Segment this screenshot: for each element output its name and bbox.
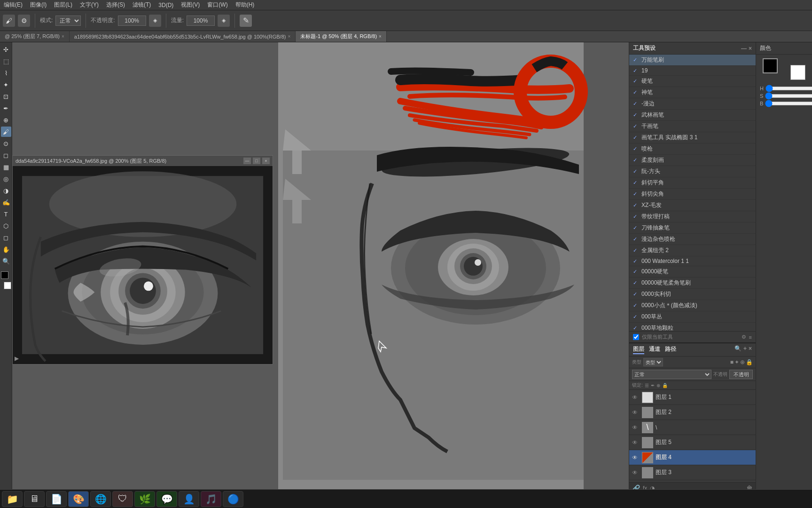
dodge-tool[interactable]: ◑	[1, 185, 11, 196]
gradient-tool[interactable]: ▦	[1, 162, 11, 172]
brush-item-19[interactable]: ✓ 000 Watercolor 1 1	[629, 256, 756, 266]
brush-panel-gear-icon[interactable]: ⚙	[742, 334, 746, 340]
brush-item-2[interactable]: ✓ 19	[629, 66, 756, 76]
layers-tab-paths[interactable]: 路径	[665, 345, 676, 354]
float-window-close[interactable]: ×	[262, 158, 270, 164]
taskbar-music-btn[interactable]: 🎵	[201, 491, 221, 507]
layer-2-eye-icon[interactable]: 👁	[632, 409, 640, 416]
select-tool[interactable]: ⬚	[1, 56, 11, 66]
brush-item-12[interactable]: ✓ 斜切平角	[629, 177, 756, 189]
doc-tab-2-close[interactable]: ×	[288, 34, 290, 39]
lasso-tool[interactable]: ⌇	[1, 68, 11, 78]
flow-toggle[interactable]: ◈	[218, 15, 230, 27]
path-tool[interactable]: ⬡	[1, 221, 11, 231]
eraser-tool[interactable]: ◻	[1, 150, 11, 160]
brush-item-4[interactable]: ✓ 神笔	[629, 87, 756, 98]
text-tool[interactable]: T	[1, 209, 11, 219]
layers-close-icon[interactable]: ×	[749, 345, 752, 354]
saturation-slider[interactable]	[765, 94, 812, 98]
brush-item-25[interactable]: ✓ 000草地颗粒	[629, 323, 756, 331]
layers-tab-channels[interactable]: 通道	[649, 345, 660, 354]
opacity-toggle[interactable]: ◈	[149, 15, 161, 27]
brush-item-17[interactable]: ✓ 漫边杂色喷枪	[629, 234, 756, 245]
menu-item-text[interactable]: 文字(Y)	[76, 1, 102, 9]
pen-tool[interactable]: ✍	[1, 197, 11, 207]
menu-item-help[interactable]: 帮助(H)	[232, 1, 258, 9]
menu-item-select[interactable]: 选择(S)	[102, 1, 129, 9]
layer-backslash-eye-icon[interactable]: 👁	[632, 424, 640, 431]
layer-opacity-field[interactable]	[729, 370, 753, 379]
brush-item-22[interactable]: ✓ 0000实利切	[629, 289, 756, 300]
float-window-titlebar[interactable]: dda54a9c29114719-VCoA2a_fw658.jpg @ 200%…	[13, 156, 273, 166]
taskbar-docs-btn[interactable]: 📄	[46, 491, 67, 507]
fg-color-swatch[interactable]	[763, 58, 778, 73]
mode-select[interactable]: 正常	[55, 16, 81, 26]
taskbar-ps-btn[interactable]: 🎨	[68, 491, 89, 507]
doc-tab-3-close[interactable]: ×	[379, 34, 382, 39]
taskbar-chat-btn[interactable]: 💬	[156, 491, 177, 507]
blur-tool[interactable]: ◎	[1, 174, 11, 184]
lock-pixels-icon[interactable]: ■	[730, 359, 734, 365]
taskbar-computer-btn[interactable]: 🖥	[24, 491, 45, 507]
lock-artboard-icon[interactable]: ⊕	[740, 359, 745, 365]
layer-5-eye-icon[interactable]: 👁	[632, 439, 640, 446]
brush-tool[interactable]: 🖌	[1, 127, 11, 137]
brush-item-5[interactable]: ✓ -漫边	[629, 98, 756, 110]
layer-item-backslash[interactable]: 👁 \ \	[629, 420, 756, 435]
taskbar-profile-btn[interactable]: 👤	[179, 491, 199, 507]
taskbar-browser-btn[interactable]: 🌐	[90, 491, 111, 507]
layers-add-icon[interactable]: +	[743, 345, 747, 354]
magic-wand-tool[interactable]: ✦	[1, 79, 11, 90]
lock-position-icon[interactable]: ✦	[734, 359, 739, 365]
menu-item-layer[interactable]: 图层(L)	[50, 1, 76, 9]
brush-settings-icon[interactable]: ✎	[240, 15, 252, 27]
taskbar-security-btn[interactable]: 🛡	[112, 491, 133, 507]
menu-item-filter[interactable]: 滤镜(T)	[129, 1, 155, 9]
brush-item-20[interactable]: ✓ 00000硬笔	[629, 266, 756, 278]
brush-filter-checkbox[interactable]	[633, 334, 639, 340]
layer-item-4[interactable]: 👁 图层 4	[629, 450, 756, 465]
brush-item-21[interactable]: ✓ 00000硬笔柔角笔刷	[629, 278, 756, 289]
doc-tab-1-close[interactable]: ×	[62, 34, 64, 39]
menu-item-3d[interactable]: 3D(D)	[155, 2, 177, 8]
layer-1-eye-icon[interactable]: 👁	[632, 394, 640, 401]
brush-item-16[interactable]: ✓ 刀锋抽象笔	[629, 222, 756, 234]
float-window-minimize[interactable]: —	[243, 158, 251, 164]
flow-input[interactable]	[187, 16, 215, 26]
brush-item-18[interactable]: ✓ 全属纽壳 2	[629, 245, 756, 256]
float-window-play[interactable]: ▶	[15, 355, 22, 362]
brush-item-15[interactable]: ✓ 带纹理打稿	[629, 211, 756, 222]
opacity-input[interactable]	[118, 16, 146, 26]
menu-item-view[interactable]: 视图(V)	[177, 1, 203, 9]
bg-color-swatch[interactable]	[790, 65, 805, 80]
canvas-area[interactable]: dda54a9c29114719-VCoA2a_fw658.jpg @ 200%…	[12, 42, 629, 494]
brush-item-6[interactable]: ✓ 武林画笔	[629, 110, 756, 121]
brush-panel-menu-icon[interactable]: ≡	[749, 334, 752, 340]
brush-item-23[interactable]: ✓ 0000小点＊(颜色减淡)	[629, 300, 756, 311]
brush-panel-expand-icon[interactable]: ×	[749, 45, 752, 52]
menu-item-image[interactable]: 图像(I)	[26, 1, 50, 9]
fg-color-swatch[interactable]	[1, 271, 8, 279]
brush-item-9[interactable]: ✓ 喷枪	[629, 143, 756, 155]
layers-search-icon[interactable]: 🔍	[734, 345, 742, 354]
shape-tool[interactable]: ◻	[1, 232, 11, 243]
eyedropper-tool[interactable]: ✒	[1, 103, 11, 113]
hue-slider[interactable]	[765, 86, 812, 91]
heal-tool[interactable]: ⊕	[1, 115, 11, 125]
taskbar-files-btn[interactable]: 📁	[2, 491, 23, 507]
brush-panel-close-icon[interactable]: —	[741, 45, 747, 52]
hand-tool[interactable]: ✋	[1, 244, 11, 254]
crop-tool[interactable]: ⊡	[1, 91, 11, 102]
lock-move-icon[interactable]: ⊕	[656, 383, 660, 388]
doc-tab-3[interactable]: 未标题-1 @ 50% (图层 4, RGB/8) ×	[296, 31, 387, 42]
brush-item-13[interactable]: ✓ 斜切尖角	[629, 189, 756, 200]
brush-tool-icon[interactable]: 🖌	[3, 15, 15, 27]
doc-tab-2[interactable]: a189589f623fb83946​23aac64dee04abf6bb55d…	[70, 31, 296, 42]
brightness-slider[interactable]	[765, 101, 812, 106]
bg-color-swatch[interactable]	[4, 282, 11, 289]
lock-all-icon[interactable]: 🔒	[746, 359, 753, 365]
lock-transparent-icon[interactable]: ☰	[645, 383, 649, 388]
lock-paint-icon[interactable]: ✒	[651, 383, 655, 388]
tool-options-icon[interactable]: ⚙	[18, 15, 30, 27]
brush-item-10[interactable]: ✓ 柔度刻画	[629, 155, 756, 166]
